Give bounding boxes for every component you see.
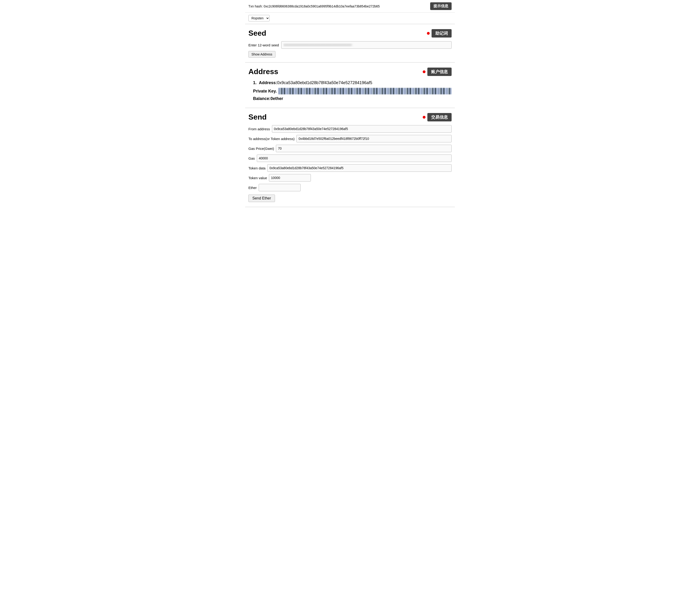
seed-input[interactable] (281, 41, 452, 49)
address-section: Address 账户信息 1. Address:0x9ca53a80ebd1d2… (245, 63, 455, 108)
gas-price-label: Gas Price(Gwei) (248, 147, 274, 151)
send-title: Send (248, 113, 267, 121)
to-address-input[interactable] (296, 135, 452, 142)
seed-title: Seed (248, 29, 266, 37)
address-label: Address: (259, 80, 277, 85)
to-address-label: To address(or Token address) (248, 137, 295, 141)
balance-label: Balance: (253, 96, 271, 101)
seed-input-row: Enter 12-word seed (248, 41, 452, 49)
gas-price-input[interactable] (276, 145, 452, 152)
private-key-line: Private Key. (253, 88, 452, 94)
token-data-row: Token data (248, 164, 452, 172)
txn-bar: Txn hash: 0xc2c906fd6606388cda1918a0c590… (245, 0, 455, 12)
network-select[interactable]: Ropsten Mainnet Kovan Rinkeby (248, 15, 270, 21)
gas-row: Gas (248, 154, 452, 162)
token-data-label: Token data (248, 166, 266, 170)
token-value-input[interactable] (269, 174, 311, 181)
send-form: From address To address(or Token address… (248, 125, 452, 202)
txn-tooltip-badge: 提示信息 (430, 2, 452, 10)
private-key-blurred (278, 88, 452, 94)
seed-red-dot (427, 32, 430, 35)
to-address-row: To address(or Token address) (248, 135, 452, 142)
address-section-header: Address 账户信息 (248, 67, 452, 76)
send-section-header: Send 交易信息 (248, 113, 452, 121)
seed-section: Seed 助记词 Enter 12-word seed Show Address (245, 24, 455, 63)
seed-badge: 助记词 (431, 29, 452, 37)
send-red-dot (423, 116, 425, 119)
balance-value: 0ether (271, 96, 283, 101)
show-address-button[interactable]: Show Address (248, 51, 275, 57)
from-address-input[interactable] (272, 125, 452, 133)
gas-price-row: Gas Price(Gwei) (248, 145, 452, 152)
send-badge: 交易信息 (427, 113, 452, 121)
address-red-dot (423, 70, 425, 73)
gas-input[interactable] (257, 154, 452, 162)
gas-label: Gas (248, 156, 255, 160)
ether-row: Ether (248, 184, 452, 191)
address-item: 1. Address:0x9ca53a80ebd1d28b78f43a50e74… (253, 80, 452, 101)
send-section: Send 交易信息 From address To address(or Tok… (245, 108, 455, 207)
token-value-label: Token value (248, 176, 267, 180)
address-value: 0x9ca53a80ebd1d28b78f43a50e74e527284196a… (277, 80, 372, 85)
address-badge-wrapper: 账户信息 (423, 68, 452, 76)
seed-input-label: Enter 12-word seed (248, 43, 279, 47)
address-badge: 账户信息 (427, 68, 452, 76)
balance-line: Balance:0ether (253, 96, 452, 101)
send-badge-wrapper: 交易信息 (423, 113, 452, 121)
send-ether-button[interactable]: Send Ether (248, 195, 275, 202)
ether-input[interactable] (259, 184, 301, 191)
private-key-label: Private Key. (253, 89, 277, 94)
token-data-input[interactable] (267, 164, 452, 172)
network-bar: Ropsten Mainnet Kovan Rinkeby (245, 12, 455, 24)
txn-hash-text: Txn hash: 0xc2c906fd6606388cda1918a0c590… (248, 4, 428, 8)
seed-badge-wrapper: 助记词 (427, 29, 452, 37)
address-line: 1. Address:0x9ca53a80ebd1d28b78f43a50e74… (253, 80, 452, 86)
from-address-row: From address (248, 125, 452, 133)
address-title: Address (248, 67, 278, 76)
seed-section-header: Seed 助记词 (248, 29, 452, 37)
token-value-row: Token value (248, 174, 452, 181)
address-index: 1. (253, 80, 256, 85)
from-address-label: From address (248, 127, 270, 131)
ether-label: Ether (248, 186, 257, 190)
